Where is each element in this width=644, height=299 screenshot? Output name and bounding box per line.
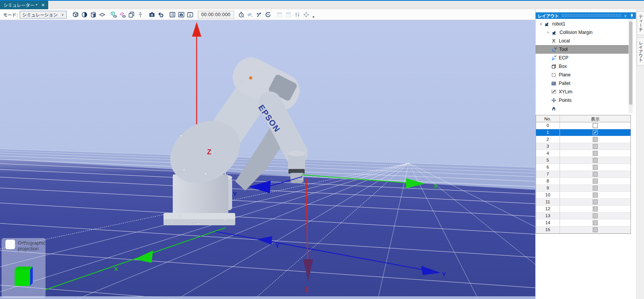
undo-button[interactable] bbox=[157, 10, 165, 19]
tab-simulator[interactable]: シミュレーター * ✕ bbox=[0, 1, 48, 9]
tree-item-points[interactable]: Points bbox=[536, 96, 636, 105]
copy-icon bbox=[128, 11, 135, 18]
local-axes-icon bbox=[550, 38, 557, 44]
tree-item-xylim[interactable]: XYLim bbox=[536, 88, 636, 96]
eraser-icon bbox=[247, 11, 254, 18]
tree-item-collision-margin[interactable]: > Collision Margin bbox=[536, 28, 636, 37]
toolbar-overflow-chevron[interactable]: ▾ bbox=[311, 15, 316, 20]
chevron-down-icon[interactable]: ∨ bbox=[624, 14, 627, 18]
show-plane-visibility-button[interactable] bbox=[118, 10, 127, 19]
table-row[interactable]: 3 bbox=[536, 143, 631, 150]
visibility-checkbox[interactable] bbox=[593, 165, 598, 170]
tree-item-robot1[interactable]: ∨ robot1 bbox=[536, 20, 636, 28]
visibility-checkbox[interactable] bbox=[593, 144, 598, 149]
tree-item-pallet[interactable]: Pallet bbox=[536, 79, 636, 88]
visibility-checkbox[interactable] bbox=[593, 123, 598, 128]
stopwatch-icon bbox=[238, 11, 245, 18]
mode-dropdown[interactable]: シミュレーション ∨ bbox=[20, 11, 67, 19]
stopwatch-button[interactable] bbox=[237, 10, 246, 19]
table-row[interactable]: 5 bbox=[536, 157, 631, 164]
camera-icon bbox=[148, 11, 155, 18]
table-row[interactable]: 11 bbox=[536, 199, 631, 206]
visibility-checkbox[interactable] bbox=[593, 186, 598, 191]
tree-item-hands[interactable] bbox=[536, 105, 636, 113]
tree-item-box[interactable]: Box bbox=[536, 62, 636, 71]
view-plane-button[interactable] bbox=[98, 10, 107, 19]
visibility-checkbox[interactable] bbox=[593, 199, 598, 204]
table-row[interactable]: 13 bbox=[536, 213, 631, 220]
orthographic-label: Orthographic projection bbox=[18, 240, 46, 252]
table-row[interactable]: 14 bbox=[536, 220, 631, 226]
view-cylinder-button[interactable] bbox=[89, 10, 98, 19]
tree-item-local[interactable]: Local bbox=[536, 37, 636, 45]
expander-icon[interactable]: ∨ bbox=[538, 22, 544, 26]
table-row[interactable]: 12 bbox=[536, 206, 631, 213]
close-icon[interactable]: ✕ bbox=[41, 3, 45, 8]
side-tab-teach[interactable]: ティーチ bbox=[637, 11, 644, 35]
orthographic-projection-toggle[interactable] bbox=[5, 240, 15, 249]
robot-led bbox=[249, 76, 252, 79]
side-tab-layout[interactable]: レイアウト bbox=[637, 37, 644, 66]
visibility-checkbox[interactable] bbox=[593, 220, 598, 225]
box-eye-icon bbox=[110, 11, 117, 18]
axis-label-tool-x: X bbox=[433, 183, 437, 189]
table-row[interactable]: 10 bbox=[536, 192, 631, 199]
visibility-checkbox[interactable] bbox=[593, 206, 598, 211]
visibility-checkbox[interactable] bbox=[593, 172, 598, 177]
layout-panel-header: レイアウト ∨ bbox=[536, 12, 636, 19]
table-row[interactable]: 15 bbox=[536, 226, 631, 233]
table-row[interactable]: 9 bbox=[536, 185, 631, 192]
copy-object-button[interactable] bbox=[127, 10, 136, 19]
visibility-checkbox[interactable] bbox=[593, 213, 598, 218]
table-row[interactable]: 0 bbox=[536, 122, 631, 129]
view-sphere-button[interactable] bbox=[80, 10, 89, 19]
points-crosshair-icon bbox=[550, 98, 557, 103]
orthographic-widget: Orthographic projection bbox=[2, 238, 46, 298]
visibility-checkbox[interactable] bbox=[593, 137, 598, 142]
side-tab-strip: ティーチ レイアウト bbox=[636, 9, 644, 299]
visibility-checkbox[interactable] bbox=[593, 193, 598, 198]
record-video-button[interactable] bbox=[186, 10, 195, 19]
camera-button[interactable] bbox=[148, 10, 157, 19]
table-row[interactable]: 4 bbox=[536, 150, 631, 157]
rotate-view-button[interactable] bbox=[264, 10, 273, 19]
tree-item-ecp[interactable]: ECP bbox=[536, 54, 636, 62]
column-no: No. bbox=[536, 115, 560, 122]
flat-plane-icon bbox=[99, 11, 106, 18]
scene-svg: EPSON Z bbox=[0, 20, 535, 299]
layout-tree: ∨ robot1 > Collision Margin Local Tool bbox=[536, 19, 636, 114]
table-row[interactable]: 7 bbox=[536, 171, 631, 178]
mode-label: モード: bbox=[3, 12, 18, 18]
visibility-checkbox[interactable] bbox=[593, 179, 598, 184]
visibility-checkbox[interactable] bbox=[593, 158, 598, 163]
tree-scrollbar[interactable] bbox=[629, 19, 633, 113]
tool-axes-icon bbox=[551, 47, 558, 52]
table-row-selected[interactable]: 1✓ bbox=[536, 129, 631, 136]
xylim-icon bbox=[550, 89, 557, 95]
axis-label-world-x: X bbox=[114, 265, 118, 272]
ecp-icon: ECP bbox=[285, 11, 292, 18]
table-row[interactable]: 8 bbox=[536, 178, 631, 185]
properties-list-button[interactable] bbox=[168, 10, 177, 19]
view-solid-button[interactable] bbox=[71, 10, 80, 19]
tree-item-tool[interactable]: Tool bbox=[536, 45, 631, 54]
visibility-checkbox[interactable] bbox=[593, 227, 598, 232]
cylinder-icon bbox=[90, 11, 97, 18]
robot-icon bbox=[544, 21, 551, 27]
snapshot-button[interactable] bbox=[177, 10, 186, 19]
connector-button bbox=[136, 10, 145, 19]
motion-path-icon bbox=[256, 11, 263, 18]
motion-path-button[interactable] bbox=[255, 10, 264, 19]
visibility-checkbox[interactable] bbox=[593, 151, 598, 156]
expander-icon[interactable]: > bbox=[545, 30, 551, 34]
viewport-3d[interactable]: EPSON Z bbox=[0, 20, 535, 299]
table-row[interactable]: 2 bbox=[536, 136, 631, 143]
tree-item-plane[interactable]: Plane bbox=[536, 71, 636, 79]
show-box-visibility-button[interactable] bbox=[110, 10, 118, 19]
gamepad-button bbox=[302, 10, 311, 19]
visibility-checkbox-checked[interactable]: ✓ bbox=[593, 130, 598, 135]
pin-icon[interactable] bbox=[630, 14, 634, 18]
scrollbar-thumb[interactable] bbox=[629, 22, 632, 105]
view-cube[interactable] bbox=[12, 266, 35, 291]
table-row[interactable]: 6 bbox=[536, 164, 631, 171]
